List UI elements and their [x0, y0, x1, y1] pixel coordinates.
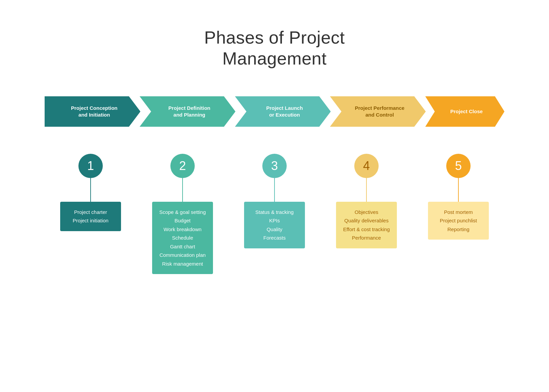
- page-container: Phases of ProjectManagement Project Conc…: [0, 0, 549, 392]
- card-5-items: Post mortemProject punchlistReporting: [435, 208, 482, 234]
- card-2-items: Scope & goal settingBudgetWork breakdown…: [159, 208, 206, 268]
- card-4-items: ObjectivesQuality deliverablesEffort & c…: [343, 208, 390, 242]
- card-2: Scope & goal settingBudgetWork breakdown…: [152, 202, 213, 274]
- phase-5-label: Project Close: [440, 108, 490, 115]
- card-5: Post mortemProject punchlistReporting: [428, 202, 489, 240]
- phase-col-1: 1 Project charterProject initiation: [45, 154, 137, 231]
- stem-5: [458, 178, 459, 202]
- stem-2: [182, 178, 183, 202]
- phase-col-3: 3 Status & trackingKPIsQualityForecasts: [229, 154, 320, 248]
- phase-arrow-4[interactable]: Project Performanceand Control: [330, 96, 426, 127]
- circle-1: 1: [78, 154, 103, 178]
- card-1: Project charterProject initiation: [60, 202, 121, 231]
- phase-4-label: Project Performanceand Control: [345, 105, 411, 118]
- phase-1-label: Project Conceptionand Initiation: [61, 105, 124, 118]
- card-3-items: Status & trackingKPIsQualityForecasts: [251, 208, 298, 242]
- phase-col-4: 4 ObjectivesQuality deliverablesEffort &…: [320, 154, 412, 248]
- phase-arrow-3[interactable]: Project Launchor Execution: [235, 96, 331, 127]
- timeline-row: 1 Project charterProject initiation 2 Sc…: [45, 147, 504, 274]
- phase-col-5: 5 Post mortemProject punchlistReporting: [412, 154, 504, 240]
- circle-4: 4: [354, 154, 379, 178]
- card-3: Status & trackingKPIsQualityForecasts: [244, 202, 305, 248]
- circle-5: 5: [446, 154, 471, 178]
- arrows-row: Project Conceptionand Initiation Project…: [45, 96, 504, 127]
- page-title: Phases of ProjectManagement: [204, 27, 345, 69]
- stem-3: [274, 178, 275, 202]
- phase-col-2: 2 Scope & goal settingBudgetWork breakdo…: [137, 154, 229, 274]
- phase-arrow-2[interactable]: Project Definitionand Planning: [140, 96, 235, 127]
- circle-2: 2: [170, 154, 195, 178]
- phase-2-label: Project Definitionand Planning: [158, 105, 217, 118]
- phase-arrow-5[interactable]: Project Close: [425, 96, 504, 127]
- phase-3-label: Project Launchor Execution: [256, 105, 309, 118]
- card-1-items: Project charterProject initiation: [67, 208, 114, 225]
- stem-4: [366, 178, 367, 202]
- card-4: ObjectivesQuality deliverablesEffort & c…: [336, 202, 397, 248]
- circle-3: 3: [262, 154, 287, 178]
- phase-arrow-1[interactable]: Project Conceptionand Initiation: [45, 96, 140, 127]
- stem-1: [90, 178, 91, 202]
